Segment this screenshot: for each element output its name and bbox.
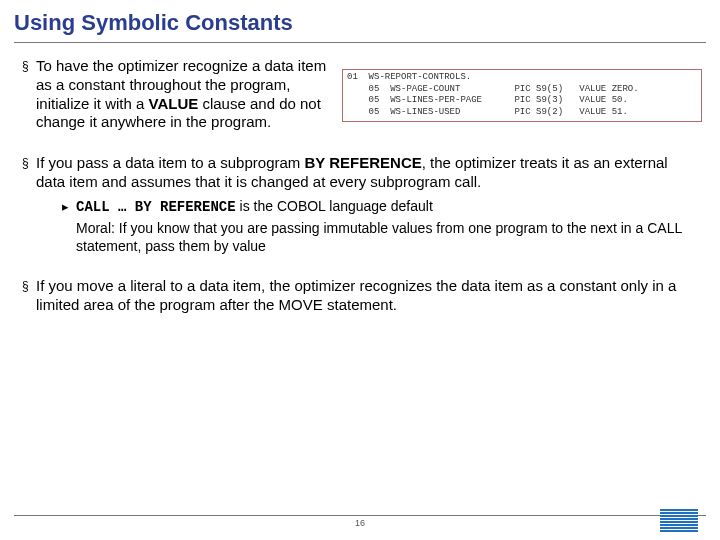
sub-bullet-text: CALL … BY REFERENCE is the COBOL languag… <box>76 198 698 217</box>
slide-title: Using Symbolic Constants <box>0 0 720 40</box>
bullet-marker: § <box>22 154 36 255</box>
bullet-marker: § <box>22 277 36 315</box>
ibm-logo-icon <box>660 509 698 532</box>
bullet-marker: § <box>22 57 36 132</box>
slide-content: § To have the optimizer recognize a data… <box>0 43 720 315</box>
page-number: 16 <box>14 518 706 528</box>
bullet-2-text: If you pass a data item to a subprogram … <box>36 154 698 255</box>
footer-rule <box>14 515 706 516</box>
by-reference-keyword: BY REFERENCE <box>304 154 421 171</box>
bullet-2-pre: If you pass a data item to a subprogram <box>36 154 304 171</box>
sub-rest: is the COBOL language default <box>236 198 433 214</box>
bullet-3: § If you move a literal to a data item, … <box>22 277 698 315</box>
sub-bullet: ▸ CALL … BY REFERENCE is the COBOL langu… <box>62 198 698 217</box>
moral-text: Moral: If you know that you are passing … <box>76 220 698 255</box>
bullet-2: § If you pass a data item to a subprogra… <box>22 154 698 255</box>
footer: 16 <box>14 515 706 528</box>
value-keyword: VALUE <box>149 95 199 112</box>
call-keyword: CALL … BY REFERENCE <box>76 199 236 215</box>
bullet-3-text: If you move a literal to a data item, th… <box>36 277 698 315</box>
sub-arrow-icon: ▸ <box>62 198 76 217</box>
bullet-1-text: To have the optimizer recognize a data i… <box>36 57 336 132</box>
code-example: 01 WS-REPORT-CONTROLS. 05 WS-PAGE-COUNT … <box>342 69 702 122</box>
